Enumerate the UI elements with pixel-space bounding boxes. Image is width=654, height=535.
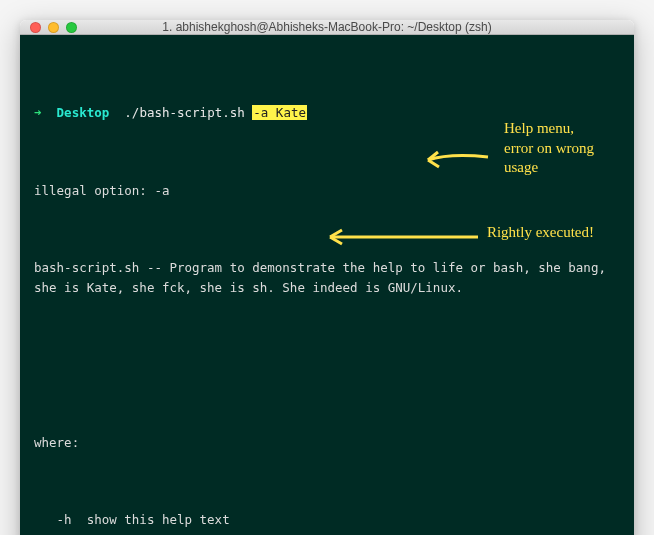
command-1-part: ./bash-script.sh (124, 105, 252, 120)
annotation-arrow-icon (420, 145, 490, 175)
where-line: where: (34, 433, 620, 452)
window-title: 1. abhishekghosh@Abhisheks-MacBook-Pro: … (28, 20, 626, 34)
titlebar: 1. abhishekghosh@Abhisheks-MacBook-Pro: … (20, 20, 634, 35)
error-line: illegal option: -a (34, 181, 620, 200)
maximize-icon[interactable] (66, 22, 77, 33)
opt-h-line: -h show this help text (34, 510, 620, 529)
prompt-line-1: ➜ Desktop ./bash-script.sh -a Kate (34, 103, 620, 122)
annotation-help: Help menu, error on wrong usage (504, 119, 594, 178)
desc-line: bash-script.sh -- Program to demonstrate… (34, 258, 620, 297)
terminal-body[interactable]: ➜ Desktop ./bash-script.sh -a Kate illeg… (20, 35, 634, 535)
annotation-arrow-icon (320, 227, 480, 249)
annotation-executed: Rightly executed! (487, 223, 594, 243)
blank-line (34, 355, 620, 374)
close-icon[interactable] (30, 22, 41, 33)
terminal-window: 1. abhishekghosh@Abhisheks-MacBook-Pro: … (20, 20, 634, 535)
prompt-cwd: Desktop (57, 105, 110, 120)
minimize-icon[interactable] (48, 22, 59, 33)
prompt-arrow-icon: ➜ (34, 105, 42, 120)
highlighted-args: -a Kate (252, 105, 307, 120)
window-controls (30, 22, 77, 33)
